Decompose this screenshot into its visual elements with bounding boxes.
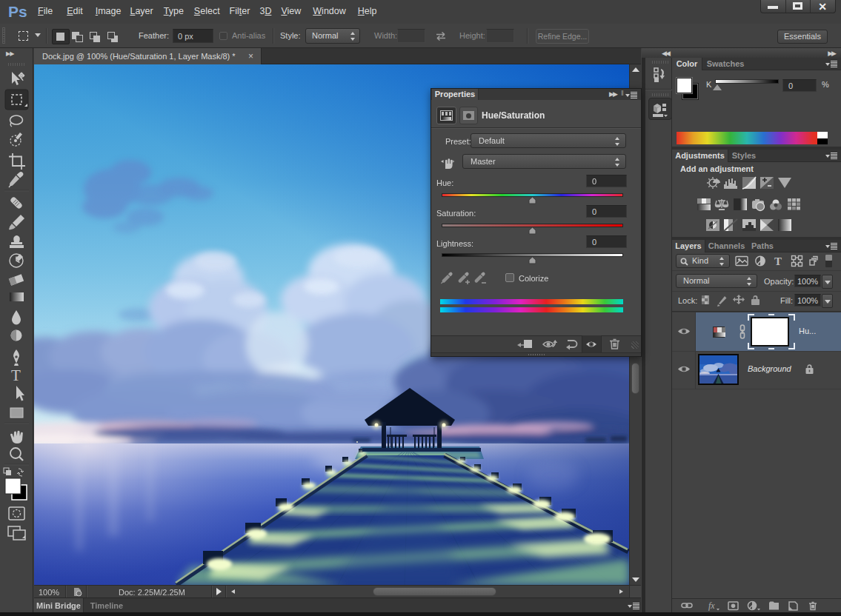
svg-text:fx: fx <box>708 600 715 611</box>
svg-text:T: T <box>774 255 782 267</box>
svg-text:T: T <box>11 366 21 384</box>
